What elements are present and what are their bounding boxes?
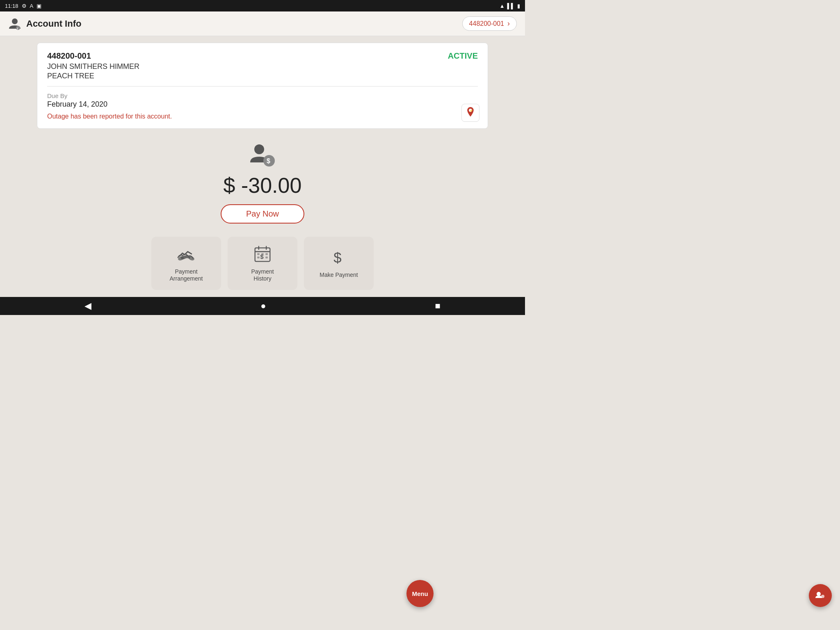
home-button[interactable]: ●: [244, 297, 282, 315]
svg-rect-16: [265, 253, 268, 255]
pay-now-button[interactable]: Pay Now: [221, 204, 304, 224]
calendar-dollar-icon: $: [253, 245, 272, 264]
chevron-right-icon: ›: [507, 19, 510, 28]
card-left: 448200-001 JOHN SMITHERS HIMMER PEACH TR…: [47, 51, 139, 80]
location: PEACH TREE: [47, 72, 139, 80]
handshake-icon: [177, 245, 195, 264]
account-card: 448200-001 JOHN SMITHERS HIMMER PEACH TR…: [37, 43, 488, 129]
card-divider: [47, 86, 478, 87]
back-button[interactable]: ◀: [68, 297, 108, 315]
settings-icon: ⚙: [22, 3, 27, 9]
outage-message: Outage has been reported for this accoun…: [47, 113, 478, 120]
account-chip[interactable]: 448200-001 ›: [462, 16, 517, 31]
app-bar-title: Account Info: [26, 18, 81, 29]
nav-bar: ◀ ● ■: [0, 297, 525, 315]
payment-arrangement-button[interactable]: PaymentArrangement: [151, 237, 221, 290]
due-label: Due By: [47, 92, 478, 99]
due-date: February 14, 2020: [47, 100, 478, 109]
action-cards: PaymentArrangement $ PaymentHistory: [151, 237, 374, 290]
customer-name: JOHN SMITHERS HIMMER: [47, 62, 139, 71]
svg-rect-17: [261, 253, 264, 255]
main-content: 448200-001 JOHN SMITHERS HIMMER PEACH TR…: [0, 36, 525, 297]
battery-icon: ▮: [517, 3, 520, 9]
balance-amount: $ -30.00: [224, 173, 302, 198]
status-time: 11:18: [5, 3, 18, 9]
svg-point-0: [12, 18, 18, 24]
outage-location-button[interactable]: ⚡: [461, 104, 479, 122]
make-payment-label: Make Payment: [320, 272, 358, 278]
svg-text:$: $: [333, 249, 341, 265]
card-top: 448200-001 JOHN SMITHERS HIMMER PEACH TR…: [47, 51, 478, 80]
svg-point-1: [16, 26, 20, 30]
payment-history-button[interactable]: $ PaymentHistory: [228, 237, 297, 290]
recent-button[interactable]: ■: [419, 297, 457, 315]
app-bar: i Account Info 448200-001 ›: [0, 11, 525, 36]
svg-rect-19: [265, 256, 268, 258]
chip-account-number: 448200-001: [469, 20, 504, 27]
status-bar: 11:18 ⚙ A ▣ ▲ ▌▌ ▮: [0, 0, 525, 11]
status-left: 11:18 ⚙ A ▣: [5, 3, 41, 9]
status-right: ▲ ▌▌ ▮: [500, 3, 520, 9]
svg-rect-18: [257, 256, 260, 258]
app-bar-left: i Account Info: [8, 17, 81, 30]
svg-text:⚡: ⚡: [470, 109, 473, 112]
signal-icon: ▌▌: [507, 3, 515, 9]
wifi-icon: ▲: [500, 3, 505, 9]
card-account-number: 448200-001: [47, 51, 139, 61]
make-payment-button[interactable]: $ Make Payment: [304, 237, 374, 290]
balance-section: $ $ -30.00 Pay Now: [221, 140, 304, 224]
account-status: ACTIVE: [448, 51, 478, 61]
payment-history-label: PaymentHistory: [251, 268, 274, 282]
payment-arrangement-label: PaymentArrangement: [170, 268, 203, 282]
dollar-sign-icon: $: [330, 248, 348, 267]
svg-text:i: i: [17, 26, 18, 30]
svg-text:$: $: [267, 158, 270, 164]
account-icon: i: [8, 17, 21, 30]
sim-icon: ▣: [37, 3, 41, 9]
svg-rect-15: [257, 253, 260, 255]
balance-icon: $: [248, 140, 277, 171]
svg-point-5: [254, 144, 264, 154]
accessibility-icon: A: [30, 3, 34, 9]
